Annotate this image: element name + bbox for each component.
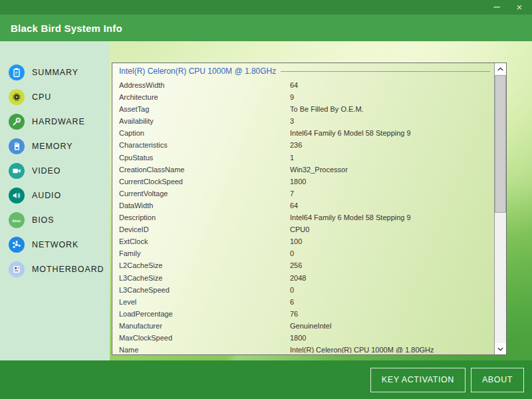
property-name: Description bbox=[119, 213, 156, 221]
sidebar-item-bios[interactable]: bios BIOS bbox=[0, 207, 110, 232]
svg-text:bios: bios bbox=[13, 218, 21, 222]
property-value: 100 bbox=[290, 235, 302, 247]
property-name: L3CacheSize bbox=[119, 274, 162, 282]
chevron-up-icon bbox=[497, 67, 503, 71]
property-row[interactable]: LoadPercentage 76 bbox=[112, 308, 494, 320]
property-row[interactable]: Manufacturer GenuineIntel bbox=[112, 320, 494, 332]
property-value: 64 bbox=[290, 200, 298, 211]
bios-icon: bios bbox=[9, 212, 25, 228]
property-row[interactable]: L3CacheSpeed 0 bbox=[112, 284, 494, 296]
property-name: DeviceID bbox=[119, 225, 149, 233]
scroll-down-button[interactable] bbox=[495, 343, 506, 354]
property-name: Manufacturer bbox=[119, 322, 162, 330]
app-window: – × Black Bird System Info SUMMARY CPU H… bbox=[0, 0, 532, 399]
scrollbar-track[interactable] bbox=[495, 74, 506, 343]
sidebar-item-label: AUDIO bbox=[32, 191, 61, 200]
sidebar-item-label: NETWORK bbox=[32, 240, 78, 249]
motherboard-icon bbox=[9, 261, 25, 277]
property-value: 1800 bbox=[290, 176, 306, 188]
property-value: 1 bbox=[290, 152, 294, 164]
property-name: CurrentVoltage bbox=[119, 190, 168, 198]
sidebar-item-hardware[interactable]: HARDWARE bbox=[0, 109, 110, 134]
property-row[interactable]: AddressWidth 64 bbox=[112, 79, 494, 91]
sidebar-item-label: CPU bbox=[32, 92, 51, 102]
property-row[interactable]: Description Intel64 Family 6 Model 58 St… bbox=[112, 211, 494, 223]
property-row[interactable]: Caption Intel64 Family 6 Model 58 Steppi… bbox=[112, 127, 494, 139]
property-row[interactable]: ExtClock 100 bbox=[112, 235, 494, 247]
property-row[interactable]: CurrentClockSpeed 1800 bbox=[112, 176, 494, 188]
sidebar-item-network[interactable]: NETWORK bbox=[0, 232, 110, 257]
property-name: LoadPercentage bbox=[119, 310, 173, 318]
property-name: Architecture bbox=[119, 93, 158, 101]
sidebar-item-label: MEMORY bbox=[32, 142, 72, 151]
property-value: 9 bbox=[290, 91, 294, 103]
sidebar-item-label: VIDEO bbox=[32, 166, 61, 176]
network-icon bbox=[9, 237, 25, 253]
sidebar-item-motherboard[interactable]: MOTHERBOARD bbox=[0, 257, 110, 281]
main-area: Intel(R) Celeron(R) CPU 1000M @ 1.80GHz … bbox=[110, 41, 532, 360]
property-name: Caption bbox=[119, 129, 144, 137]
key-activation-button[interactable]: KEY ACTIVATION bbox=[370, 368, 466, 392]
property-value: GenuineIntel bbox=[290, 320, 331, 332]
scrollbar-thumb[interactable] bbox=[495, 75, 506, 213]
property-value: 0 bbox=[290, 247, 294, 259]
property-value: 3 bbox=[290, 115, 294, 127]
sidebar-item-label: BIOS bbox=[32, 215, 54, 225]
window-controls: – × bbox=[488, 0, 528, 15]
property-row[interactable]: CreationClassName Win32_Processor bbox=[112, 164, 494, 176]
property-value: 236 bbox=[290, 139, 302, 151]
sidebar-item-memory[interactable]: MEMORY bbox=[0, 134, 110, 158]
vertical-scrollbar[interactable] bbox=[494, 63, 506, 354]
property-name: ExtClock bbox=[119, 237, 148, 245]
window-top-strip: – × bbox=[0, 0, 532, 15]
sidebar-item-label: MOTHERBOARD bbox=[32, 265, 104, 274]
scroll-up-button[interactable] bbox=[495, 63, 506, 74]
property-value: To Be Filled By O.E.M. bbox=[290, 103, 364, 115]
property-row[interactable]: Characteristics 236 bbox=[112, 139, 494, 151]
about-button[interactable]: ABOUT bbox=[471, 368, 524, 392]
property-name: AddressWidth bbox=[119, 81, 164, 89]
minimize-button[interactable]: – bbox=[488, 0, 505, 15]
sidebar-item-audio[interactable]: AUDIO bbox=[0, 183, 110, 207]
title-bar: Black Bird System Info bbox=[0, 15, 532, 41]
property-row[interactable]: Name Intel(R) Celeron(R) CPU 1000M @ 1.8… bbox=[112, 344, 494, 353]
property-row[interactable]: MaxClockSpeed 1800 bbox=[112, 332, 494, 344]
property-name: Level bbox=[119, 298, 136, 306]
property-name: Characteristics bbox=[119, 141, 168, 149]
property-row[interactable]: Architecture 9 bbox=[112, 91, 494, 103]
property-value: 1800 bbox=[290, 332, 306, 344]
property-row[interactable]: L3CacheSize 2048 bbox=[112, 272, 494, 284]
window-body: SUMMARY CPU HARDWARE MEMORY VIDEO AUDIO … bbox=[0, 41, 532, 360]
property-value: 7 bbox=[290, 188, 294, 200]
property-row[interactable]: DataWidth 64 bbox=[112, 200, 494, 211]
property-row[interactable]: CpuStatus 1 bbox=[112, 152, 494, 164]
sidebar-item-cpu[interactable]: CPU bbox=[0, 84, 110, 109]
property-list: AddressWidth 64 Architecture 9 AssetTag … bbox=[112, 79, 494, 353]
sidebar: SUMMARY CPU HARDWARE MEMORY VIDEO AUDIO … bbox=[0, 41, 110, 360]
property-value: Intel64 Family 6 Model 58 Stepping 9 bbox=[290, 127, 411, 139]
property-row[interactable]: Family 0 bbox=[112, 247, 494, 259]
group-divider-line bbox=[281, 71, 490, 72]
footer-bar: KEY ACTIVATION ABOUT bbox=[0, 360, 532, 399]
property-value: 256 bbox=[290, 259, 302, 271]
sidebar-item-video[interactable]: VIDEO bbox=[0, 158, 110, 183]
close-button[interactable]: × bbox=[511, 0, 528, 15]
property-row[interactable]: DeviceID CPU0 bbox=[112, 223, 494, 235]
property-value: Win32_Processor bbox=[290, 164, 348, 176]
property-name: MaxClockSpeed bbox=[119, 334, 172, 342]
property-row[interactable]: Availability 3 bbox=[112, 115, 494, 127]
property-name: L3CacheSpeed bbox=[119, 286, 170, 294]
property-name: DataWidth bbox=[119, 201, 153, 209]
property-row[interactable]: Level 6 bbox=[112, 296, 494, 308]
property-value: 6 bbox=[290, 296, 294, 308]
property-name: AssetTag bbox=[119, 105, 149, 113]
chip-icon bbox=[9, 89, 25, 105]
property-row[interactable]: CurrentVoltage 7 bbox=[112, 188, 494, 200]
sidebar-item-summary[interactable]: SUMMARY bbox=[0, 60, 110, 84]
property-row[interactable]: L2CacheSize 256 bbox=[112, 259, 494, 271]
property-value: Intel64 Family 6 Model 58 Stepping 9 bbox=[290, 211, 411, 223]
cpu-properties-panel: Intel(R) Celeron(R) CPU 1000M @ 1.80GHz … bbox=[112, 63, 507, 355]
video-camera-icon bbox=[9, 163, 25, 179]
property-name: Family bbox=[119, 249, 140, 257]
property-row[interactable]: AssetTag To Be Filled By O.E.M. bbox=[112, 103, 494, 115]
